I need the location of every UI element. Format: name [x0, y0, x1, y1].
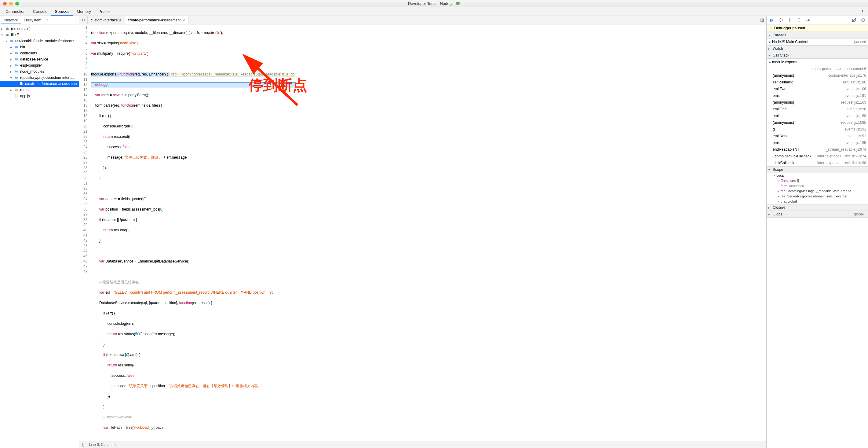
debugger-panel: ⚠ Debugger paused ▾Threads NodeJS Main C… [767, 16, 868, 448]
navigator-tab-network[interactable]: Network [1, 16, 21, 24]
stack-frame[interactable]: emitTwoevents.js:106 [767, 86, 868, 92]
debugger-toolbar [767, 16, 868, 25]
svg-point-7 [809, 20, 810, 21]
step-out-icon[interactable] [796, 17, 802, 23]
scope-variable[interactable]: ▸res: ServerResponse {domain: null, _eve… [767, 194, 868, 199]
code-content[interactable]: (function (exports, require, module, __f… [90, 25, 296, 441]
section-closure[interactable]: ▸Closure [767, 204, 868, 211]
svg-marker-0 [456, 2, 460, 5]
more-tabs-icon[interactable]: » [44, 16, 50, 24]
tree-item[interactable]: ▸(no domain) [0, 26, 79, 32]
stack-frame[interactable]: emitOneevents.js:96 [767, 106, 868, 113]
tree-item[interactable]: ▸esql-compiler [0, 62, 79, 68]
file-tree[interactable]: ▸(no domain)▾file://▾usr/local/lib/node_… [0, 25, 79, 448]
svg-point-4 [780, 21, 781, 22]
section-threads[interactable]: ▾Threads [767, 32, 868, 38]
navigator-tab-filesystem[interactable]: Filesystem [21, 16, 44, 24]
tree-item[interactable]: app.js [0, 93, 79, 99]
tab-console[interactable]: Console [29, 7, 51, 16]
code-editor[interactable]: 1234567891011121314151617181920212223242… [79, 25, 766, 441]
minimize-icon[interactable] [9, 2, 13, 5]
section-call-stack[interactable]: ▾Call Stack [767, 52, 868, 59]
svg-rect-11 [863, 19, 864, 21]
stack-frame[interactable]: self.callbackrequest.js:186 [767, 79, 868, 86]
svg-point-6 [799, 21, 800, 22]
section-scope[interactable]: ▾Scope [767, 166, 868, 173]
stack-frame[interactable]: (anonymous)request.js:1163 [767, 99, 868, 106]
navigator-sidebar: Network Filesystem » ⋮ ▸(no domain)▾file… [0, 16, 79, 448]
scope-variable[interactable]: ▸Enhancer: {} [767, 178, 868, 183]
call-stack-list: module.exportscreate-performa…e-assessme… [767, 59, 868, 166]
tree-item[interactable]: ▸bin [0, 44, 79, 50]
stack-frame[interactable]: (anonymous)custom-interface.js:176 [767, 72, 868, 79]
nav-history-icon[interactable] [79, 16, 88, 24]
step-over-icon[interactable] [778, 17, 784, 23]
stack-frame[interactable]: (anonymous)request.js:1085 [767, 119, 868, 126]
tree-item[interactable]: ▾repository/project/custom-interfac [0, 74, 79, 81]
close-tab-icon[interactable]: × [182, 18, 185, 23]
tree-item[interactable]: ▸node_modules [0, 68, 79, 74]
nodejs-icon [456, 1, 460, 5]
tab-profiler[interactable]: Profiler [95, 7, 115, 16]
brace-match-icon[interactable]: {} [82, 443, 85, 447]
debugger-status-text: Debugger paused [774, 26, 805, 30]
editor-tab[interactable]: create-performance-assessment × [125, 16, 188, 24]
section-global[interactable]: ▸Globalglobal [767, 211, 868, 217]
resume-icon[interactable] [769, 17, 775, 23]
close-icon[interactable] [3, 2, 7, 5]
svg-rect-2 [762, 19, 764, 21]
debugger-status-banner: ⚠ Debugger paused [767, 25, 868, 32]
stack-frame[interactable]: emitevents.js:185 [767, 139, 868, 146]
tree-item[interactable]: ▾file:// [0, 32, 79, 38]
tab-sources[interactable]: Sources [51, 7, 73, 16]
svg-point-5 [789, 21, 790, 22]
stack-frame[interactable]: emitNoneevents.js:91 [767, 132, 868, 139]
pause-exceptions-icon[interactable] [860, 17, 866, 23]
step-icon[interactable] [805, 17, 811, 23]
tab-memory[interactable]: Memory [73, 7, 95, 16]
window-title: Developer Tools - Node.js [0, 1, 868, 6]
editor-statusbar: {} Line 6, Column 5 [79, 441, 766, 448]
tree-item[interactable]: ▸routes [0, 87, 79, 93]
stack-frame[interactable]: module.exports [767, 59, 868, 65]
scope-variable[interactable]: form: undefined [767, 183, 868, 188]
kebab-icon[interactable]: ⋮ [859, 7, 866, 16]
tree-item[interactable]: ▸database-service [0, 56, 79, 62]
scope-variable[interactable]: ▸req: IncomingMessage {_readableState: R… [767, 188, 868, 194]
tree-item[interactable]: ▾usr/local/lib/node_modules/enhance [0, 38, 79, 44]
tree-item[interactable]: ▸controllers [0, 50, 79, 56]
window-controls [0, 2, 19, 5]
panel-tabs: Connection Console Sources Memory Profil… [0, 7, 868, 16]
titlebar: Developer Tools - Node.js [0, 0, 868, 7]
tab-connection[interactable]: Connection [2, 7, 29, 16]
scope-variable[interactable]: ▸this: global [767, 199, 868, 204]
stack-frame[interactable]: emitevents.js:191 [767, 92, 868, 99]
editor-tab[interactable]: custom-interface.js [88, 16, 125, 24]
svg-rect-10 [863, 19, 863, 21]
editor-pane: custom-interface.js create-performance-a… [79, 16, 767, 448]
line-gutter: 1234567891011121314151617181920212223242… [79, 25, 90, 441]
stack-frame[interactable]: endReadableNT_stream_readable.js:974 [767, 146, 868, 153]
editor-tab-label: custom-interface.js [91, 18, 122, 22]
navigator-kebab-icon[interactable]: ⋮ [71, 16, 79, 24]
cursor-position: Line 6, Column 5 [89, 443, 117, 447]
tree-item[interactable]: create-performance-assessmen [0, 81, 79, 87]
editor-tab-label: create-performance-assessment [128, 18, 181, 22]
stack-frame[interactable]: emitevents.js:188 [767, 113, 868, 119]
deactivate-breakpoints-icon[interactable] [851, 17, 857, 23]
toggle-nav-icon[interactable] [758, 16, 766, 24]
maximize-icon[interactable] [15, 2, 19, 5]
section-watch[interactable]: ▸Watch [767, 45, 868, 52]
step-into-icon[interactable] [787, 17, 793, 23]
stack-frame[interactable]: _tickCallbackinternal/proces…ext_tick.js… [767, 159, 868, 166]
inline-value-hint: req = IncomingMessage {_readableState: R… [170, 72, 296, 77]
svg-point-9 [861, 18, 865, 22]
stack-frame[interactable]: _combinedTickCallbackinternal/proces…ext… [767, 153, 868, 159]
scope-local-header[interactable]: ▾Local [767, 173, 868, 178]
thread-row[interactable]: NodeJS Main Context paused [767, 38, 868, 45]
warning-icon: ⚠ [769, 26, 772, 30]
stack-frame[interactable]: gevents.js:291 [767, 126, 868, 132]
